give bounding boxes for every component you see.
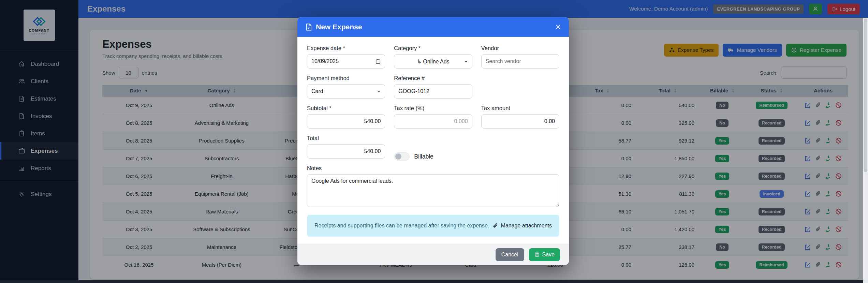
save-label: Save — [542, 252, 555, 258]
total-label: Total — [307, 135, 385, 142]
billable-toggle-label: Billable — [414, 153, 433, 160]
new-expense-modal: New Expense × Expense date * 10/09/2025 … — [297, 17, 569, 265]
expense-date-input[interactable]: 10/09/2025 — [307, 54, 385, 69]
vendor-label: Vendor — [481, 45, 559, 51]
modal-title: New Expense — [316, 23, 362, 31]
tax-amount-input[interactable] — [481, 114, 559, 129]
notes-label: Notes — [307, 165, 559, 172]
reference-input[interactable] — [394, 84, 472, 99]
expense-date-label: Expense date * — [307, 45, 385, 51]
cancel-label: Cancel — [501, 252, 518, 257]
calendar-icon — [375, 59, 381, 64]
subtotal-label: Subtotal * — [307, 105, 385, 111]
file-invoice-icon — [306, 24, 312, 31]
total-input[interactable] — [307, 144, 385, 159]
manage-attachments-link[interactable]: Manage attachments — [492, 223, 552, 229]
expense-date-value: 10/09/2025 — [311, 58, 339, 64]
notes-textarea[interactable]: Google Ads for commercial leads. — [307, 174, 559, 207]
category-label: Category * — [394, 45, 472, 51]
close-icon[interactable]: × — [555, 23, 561, 32]
category-value: ↳ Online Ads — [417, 58, 449, 65]
subtotal-input[interactable] — [307, 114, 385, 129]
modal-footer: Cancel Save — [297, 244, 569, 265]
paperclip-icon — [492, 223, 498, 228]
scrollbar-thumb[interactable] — [864, 18, 867, 172]
save-button[interactable]: Save — [529, 248, 560, 261]
modal-body: Expense date * 10/09/2025 Category * ↳ O… — [297, 37, 569, 244]
attachments-info-box: Receipts and supporting files can be man… — [307, 215, 559, 237]
modal-header: New Expense × — [297, 17, 569, 37]
payment-method-label: Payment method — [307, 75, 385, 81]
chevron-down-icon — [377, 89, 381, 94]
page-scrollbar — [863, 18, 868, 283]
save-icon — [534, 252, 540, 257]
payment-method-value: Card — [311, 88, 323, 94]
tax-amount-label: Tax amount — [481, 105, 559, 111]
manage-attachments-label: Manage attachments — [501, 223, 552, 229]
tax-rate-label: Tax rate (%) — [394, 105, 472, 111]
attachments-info-text: Receipts and supporting files can be man… — [314, 223, 489, 229]
vendor-search-input[interactable] — [481, 54, 559, 69]
toggle-knob — [395, 153, 401, 160]
cancel-button[interactable]: Cancel — [496, 248, 524, 261]
payment-method-select[interactable]: Card — [307, 84, 385, 99]
chevron-down-icon — [464, 59, 468, 64]
billable-toggle[interactable] — [394, 152, 410, 161]
tax-rate-input[interactable] — [394, 114, 472, 129]
category-select[interactable]: ↳ Online Ads — [394, 54, 472, 69]
reference-label: Reference # — [394, 75, 472, 81]
